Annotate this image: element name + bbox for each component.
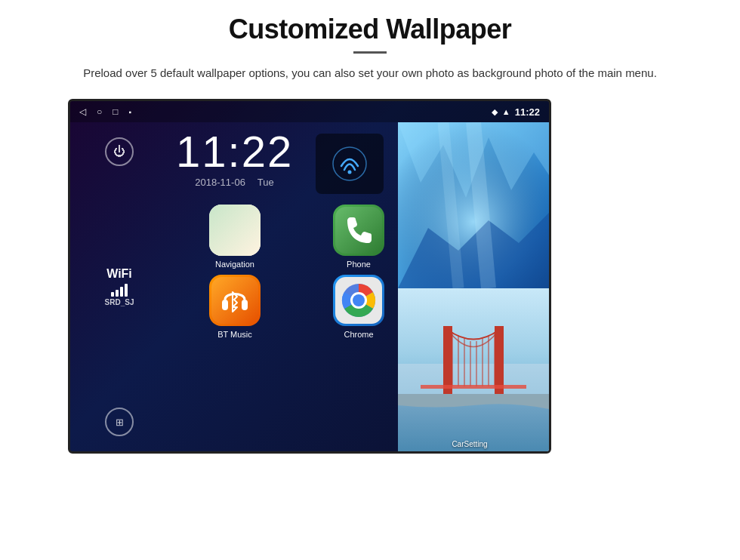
status-bar-right: ◆ ▲ 11:22 bbox=[492, 106, 540, 118]
bridge-svg bbox=[398, 288, 549, 454]
date-row: 2018-11-06 Tue bbox=[195, 177, 273, 188]
screenshot-icon[interactable]: ▪ bbox=[129, 108, 132, 116]
carsetting-label: CarSetting bbox=[398, 440, 541, 448]
wifi-bar-2 bbox=[116, 290, 119, 297]
wifi-bar-4 bbox=[125, 284, 128, 297]
android-screen: ◁ ○ □ ▪ ◆ ▲ 11:22 ⏻ bbox=[68, 99, 551, 454]
wifi-bar-3 bbox=[120, 287, 123, 297]
bridge-scene bbox=[398, 288, 549, 454]
svg-point-7 bbox=[239, 218, 247, 226]
apps-grid-button[interactable]: ⊞ bbox=[105, 408, 134, 436]
chrome-svg bbox=[335, 277, 382, 324]
phone-svg bbox=[335, 207, 382, 254]
wallpaper-previews: CarSetting bbox=[398, 122, 549, 454]
wifi-widget: WiFi SRD_SJ bbox=[105, 267, 134, 306]
bt-music-svg bbox=[211, 277, 258, 324]
app-icon-phone bbox=[333, 205, 384, 256]
clock-info: 11:22 2018-11-06 Tue bbox=[176, 130, 293, 194]
svg-rect-17 bbox=[222, 300, 228, 310]
power-icon: ⏻ bbox=[113, 145, 125, 158]
svg-point-22 bbox=[353, 294, 365, 306]
svg-point-1 bbox=[348, 171, 352, 174]
sidebar: ⏻ WiFi SRD_SJ ⊞ bbox=[70, 122, 168, 451]
power-button[interactable]: ⏻ bbox=[105, 137, 134, 166]
wifi-label: WiFi bbox=[106, 267, 132, 281]
app-icon-bt-music bbox=[209, 275, 261, 326]
svg-text:280: 280 bbox=[225, 228, 236, 235]
status-bar: ◁ ○ □ ▪ ◆ ▲ 11:22 bbox=[70, 101, 549, 122]
app-item-navigation[interactable]: 280 Navigation bbox=[176, 205, 294, 269]
app-label-navigation: Navigation bbox=[215, 260, 254, 269]
wifi-bar-1 bbox=[111, 292, 114, 297]
page-title: Customized Wallpaper bbox=[229, 14, 512, 45]
svg-rect-38 bbox=[443, 326, 452, 402]
svg-rect-10 bbox=[335, 207, 382, 254]
page-description: Preload over 5 default wallpaper options… bbox=[83, 64, 657, 82]
location-icon: ◆ bbox=[492, 107, 498, 117]
svg-rect-5 bbox=[222, 226, 239, 234]
device-container: ◁ ○ □ ▪ ◆ ▲ 11:22 ⏻ bbox=[68, 99, 672, 461]
svg-rect-18 bbox=[242, 300, 248, 310]
ice-cave bbox=[398, 122, 549, 288]
ice-cave-svg bbox=[398, 122, 549, 288]
wallpaper-top bbox=[398, 122, 549, 288]
app-icon-navigation: 280 bbox=[209, 205, 261, 256]
wallpaper-bottom: CarSetting bbox=[398, 288, 549, 454]
clock-day: Tue bbox=[257, 177, 274, 188]
app-label-bt-music: BT Music bbox=[217, 330, 252, 339]
page-wrapper: Customized Wallpaper Preload over 5 defa… bbox=[0, 0, 740, 560]
big-clock: 11:22 bbox=[176, 130, 293, 174]
navigation-map-svg: 280 bbox=[211, 207, 258, 254]
wifi-ssid: SRD_SJ bbox=[105, 298, 134, 306]
recents-icon[interactable]: □ bbox=[113, 106, 118, 117]
svg-rect-2 bbox=[211, 207, 258, 254]
svg-rect-39 bbox=[495, 326, 504, 402]
status-bar-left: ◁ ○ □ ▪ bbox=[79, 106, 131, 117]
clock-date: 2018-11-06 bbox=[195, 177, 245, 188]
title-divider bbox=[353, 51, 387, 54]
app-label-phone: Phone bbox=[347, 260, 371, 269]
back-icon[interactable]: ◁ bbox=[79, 106, 86, 117]
media-wifi-icon bbox=[331, 145, 368, 183]
wifi-bars bbox=[111, 284, 128, 297]
home-icon[interactable]: ○ bbox=[97, 106, 102, 117]
svg-point-8 bbox=[242, 220, 245, 223]
svg-rect-48 bbox=[421, 385, 526, 389]
media-widget[interactable] bbox=[316, 134, 384, 194]
app-icon-chrome bbox=[333, 275, 384, 326]
grid-icon: ⊞ bbox=[116, 417, 124, 428]
app-item-bt-music[interactable]: BT Music bbox=[176, 275, 294, 339]
signal-icon: ▲ bbox=[502, 107, 510, 116]
app-label-chrome: Chrome bbox=[344, 330, 373, 339]
status-time: 11:22 bbox=[515, 106, 540, 118]
